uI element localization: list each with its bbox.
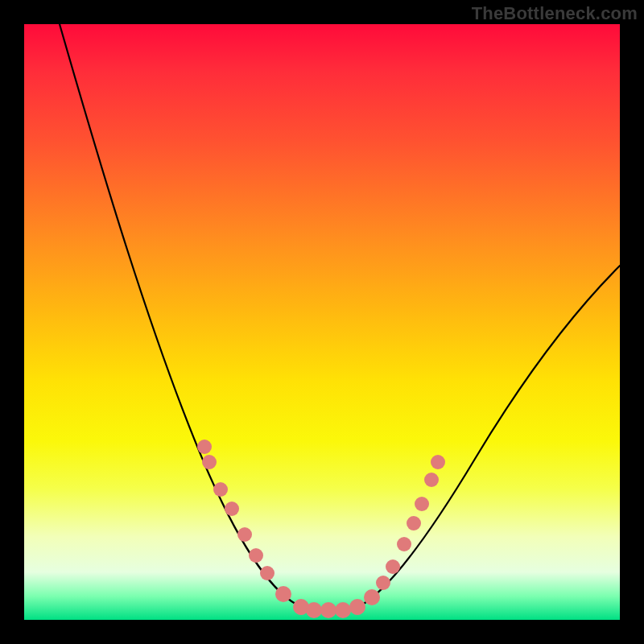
svg-point-1 xyxy=(202,455,217,469)
svg-point-19 xyxy=(424,473,439,487)
svg-point-3 xyxy=(225,502,239,516)
chart-stage: TheBottleneck.com xyxy=(0,0,644,644)
svg-point-9 xyxy=(306,602,322,618)
marker-cluster xyxy=(197,440,445,618)
svg-point-10 xyxy=(320,602,336,618)
svg-point-16 xyxy=(397,537,411,551)
svg-point-5 xyxy=(249,548,263,563)
svg-point-2 xyxy=(213,482,228,497)
curve-layer xyxy=(24,24,620,620)
svg-point-18 xyxy=(415,497,429,511)
svg-point-17 xyxy=(407,516,421,530)
svg-point-20 xyxy=(431,455,445,469)
curve-right xyxy=(358,266,620,607)
curve-left xyxy=(60,24,302,607)
plot-area xyxy=(24,24,620,620)
bottleneck-curve xyxy=(60,24,620,611)
svg-point-4 xyxy=(237,527,252,542)
svg-point-0 xyxy=(197,440,212,454)
svg-point-6 xyxy=(260,566,275,580)
svg-point-12 xyxy=(349,599,365,615)
svg-point-7 xyxy=(275,586,291,602)
watermark-text: TheBottleneck.com xyxy=(472,3,638,24)
svg-point-15 xyxy=(386,559,400,574)
svg-point-13 xyxy=(364,589,380,605)
svg-point-11 xyxy=(335,602,351,618)
svg-point-14 xyxy=(376,576,390,590)
